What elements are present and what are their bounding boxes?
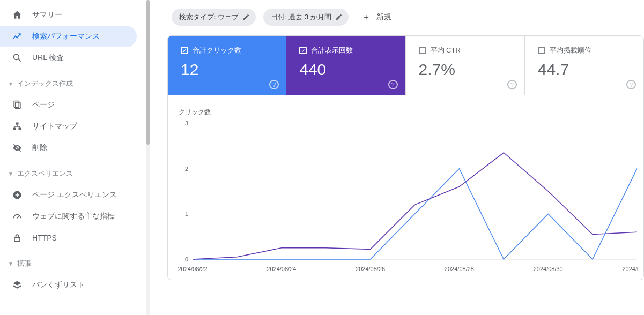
checkbox-checked-icon: ✓ xyxy=(181,47,188,54)
sidebar-group-label: インデックス作成 xyxy=(17,79,73,88)
sidebar-item-label: URL 検査 xyxy=(32,53,64,63)
metric-label: 平均 CTR xyxy=(431,46,461,55)
pencil-icon xyxy=(242,13,250,21)
svg-text:2024/08/28: 2024/08/28 xyxy=(445,266,474,272)
svg-text:2024/08/26: 2024/08/26 xyxy=(356,266,385,272)
lock-icon xyxy=(11,231,24,244)
sidebar-item-label: HTTPS xyxy=(32,234,57,242)
sitemap-icon xyxy=(11,120,24,133)
sidebar-group-enhancements[interactable]: ▼ 拡張 xyxy=(0,253,150,274)
layers-icon xyxy=(11,279,24,291)
plus-circle-icon xyxy=(11,189,24,201)
main-content: 検索タイプ: ウェブ 日付: 過去 3 か月間 ＋ 新規 ✓ 合計クリック数 1… xyxy=(150,0,644,315)
sidebar-item-page-experience[interactable]: ページ エクスペリエンス xyxy=(0,184,137,206)
metric-ctr[interactable]: ✓ 平均 CTR 2.7% ? xyxy=(405,36,524,95)
help-icon[interactable]: ? xyxy=(626,80,636,89)
filter-bar: 検索タイプ: ウェブ 日付: 過去 3 か月間 ＋ 新規 xyxy=(150,0,644,35)
sidebar-item-breadcrumbs[interactable]: パンくずリスト xyxy=(0,274,137,296)
svg-point-0 xyxy=(13,54,19,59)
checkbox-unchecked-icon: ✓ xyxy=(419,47,426,54)
sidebar-group-label: エクスペリエンス xyxy=(17,169,73,178)
svg-text:3: 3 xyxy=(185,120,188,126)
sidebar-item-label: ウェブに関する主な指標 xyxy=(32,212,115,221)
performance-card: ✓ 合計クリック数 12 ? ✓ 合計表示回数 440 ? ✓ 平均 CTR xyxy=(167,35,644,280)
sidebar-item-https[interactable]: HTTPS xyxy=(0,227,137,249)
sidebar-item-sitemaps[interactable]: サイトマップ xyxy=(0,116,137,137)
add-filter-button[interactable]: ＋ 新規 xyxy=(361,12,391,23)
sidebar-group-indexing[interactable]: ▼ インデックス作成 xyxy=(0,73,150,94)
svg-rect-4 xyxy=(13,128,16,130)
pencil-icon xyxy=(335,13,343,21)
svg-text:2024/09/01: 2024/09/01 xyxy=(622,266,639,272)
metric-value: 44.7 xyxy=(538,61,634,79)
chip-label: 検索タイプ: ウェブ xyxy=(179,12,239,22)
sidebar-item-label: 検索パフォーマンス xyxy=(32,32,100,41)
visibility-off-icon xyxy=(11,141,24,154)
sidebar-item-label: ページ xyxy=(32,100,55,110)
sidebar-item-summary[interactable]: サマリー xyxy=(0,4,137,26)
plus-icon: ＋ xyxy=(361,12,371,23)
metrics-row: ✓ 合計クリック数 12 ? ✓ 合計表示回数 440 ? ✓ 平均 CTR xyxy=(168,36,643,95)
search-icon xyxy=(11,51,24,64)
checkbox-checked-icon: ✓ xyxy=(299,47,307,54)
help-icon[interactable]: ? xyxy=(269,80,279,89)
pages-icon xyxy=(11,99,24,111)
add-filter-label: 新規 xyxy=(376,12,391,22)
svg-text:1: 1 xyxy=(185,211,188,217)
scrollbar-track xyxy=(146,0,150,315)
caret-down-icon: ▼ xyxy=(5,171,16,177)
chart-title: クリック数 xyxy=(179,108,639,117)
svg-rect-7 xyxy=(14,237,20,242)
scrollbar-thumb[interactable] xyxy=(146,0,150,145)
metric-value: 440 xyxy=(299,61,395,79)
svg-rect-5 xyxy=(19,128,21,130)
metric-label: 合計表示回数 xyxy=(311,46,353,55)
line-chart[interactable]: 01232024/08/222024/08/242024/08/262024/0… xyxy=(177,120,639,275)
metric-position[interactable]: ✓ 平均掲載順位 44.7 ? xyxy=(524,36,643,95)
sidebar-item-label: パンくずリスト xyxy=(32,280,85,290)
sidebar-item-label: サイトマップ xyxy=(32,122,77,131)
sidebar-item-performance[interactable]: 検索パフォーマンス xyxy=(0,26,137,47)
chart-container: クリック数 01232024/08/222024/08/242024/08/26… xyxy=(168,95,643,280)
svg-text:2024/08/24: 2024/08/24 xyxy=(267,266,296,272)
metric-impressions[interactable]: ✓ 合計表示回数 440 ? xyxy=(286,36,405,95)
svg-text:2024/08/30: 2024/08/30 xyxy=(534,266,563,272)
svg-text:0: 0 xyxy=(185,256,188,262)
gauge-icon xyxy=(11,210,24,223)
sidebar-item-label: サマリー xyxy=(32,10,62,20)
sidebar-item-label: 削除 xyxy=(32,143,47,153)
sidebar-item-pages[interactable]: ページ xyxy=(0,94,137,116)
svg-text:2: 2 xyxy=(185,166,188,172)
metric-value: 12 xyxy=(181,61,277,79)
sidebar-item-core-web-vitals[interactable]: ウェブに関する主な指標 xyxy=(0,206,137,227)
svg-rect-3 xyxy=(16,123,19,125)
chip-label: 日付: 過去 3 か月間 xyxy=(271,12,331,22)
sidebar-item-url-inspect[interactable]: URL 検査 xyxy=(0,47,137,69)
metric-clicks[interactable]: ✓ 合計クリック数 12 ? xyxy=(168,36,286,95)
home-icon xyxy=(11,9,24,21)
metric-label: 平均掲載順位 xyxy=(550,46,591,55)
trending-icon xyxy=(11,30,24,43)
caret-down-icon: ▼ xyxy=(5,261,16,267)
help-icon[interactable]: ? xyxy=(388,80,398,89)
metric-label: 合計クリック数 xyxy=(193,46,241,55)
checkbox-unchecked-icon: ✓ xyxy=(538,47,545,54)
sidebar-group-experience[interactable]: ▼ エクスペリエンス xyxy=(0,163,150,184)
sidebar-item-label: ページ エクスペリエンス xyxy=(32,190,117,200)
sidebar: サマリー 検索パフォーマンス URL 検査 ▼ インデックス作成 ページ サイト… xyxy=(0,0,150,315)
filter-chip-search-type[interactable]: 検索タイプ: ウェブ xyxy=(172,9,256,26)
metric-value: 2.7% xyxy=(419,61,515,79)
svg-text:2024/08/22: 2024/08/22 xyxy=(177,266,207,272)
sidebar-group-label: 拡張 xyxy=(17,259,31,268)
help-icon[interactable]: ? xyxy=(507,80,517,89)
filter-chip-date[interactable]: 日付: 過去 3 か月間 xyxy=(263,9,349,26)
sidebar-item-removals[interactable]: 削除 xyxy=(0,137,137,159)
caret-down-icon: ▼ xyxy=(5,81,16,87)
